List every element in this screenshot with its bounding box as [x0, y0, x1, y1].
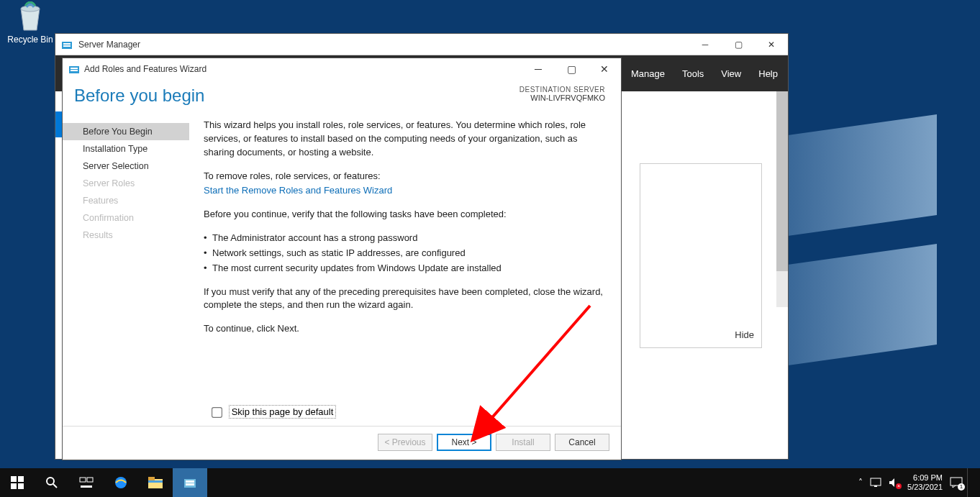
server-manager-icon	[61, 39, 73, 50]
svg-rect-20	[148, 480, 163, 483]
server-manager-title: Server Manager	[78, 40, 140, 50]
tray-volume-icon[interactable]: ×	[889, 478, 900, 488]
taskbar-ie-icon[interactable]	[104, 468, 138, 497]
svg-rect-15	[87, 478, 93, 482]
svg-rect-11	[18, 483, 24, 489]
wizard-close-button[interactable]: ✕	[588, 58, 621, 80]
destination-server-name: WIN-LIVFRVQFMKO	[520, 94, 605, 102]
menu-manage[interactable]: Manage	[631, 68, 665, 79]
sm-hide-link[interactable]: Hide	[735, 329, 754, 340]
svg-rect-6	[71, 70, 78, 71]
svg-rect-22	[186, 480, 194, 483]
wizard-checklist: The Administrator account has a strong p…	[204, 232, 608, 275]
recycle-bin-icon	[15, 1, 45, 33]
nav-results: Results	[63, 227, 189, 244]
taskbar-clock[interactable]: 6:09 PM 5/23/2021	[907, 473, 943, 492]
checklist-item: The Administrator account has a strong p…	[204, 232, 608, 245]
nav-before-you-begin[interactable]: Before You Begin	[63, 123, 189, 140]
wizard-heading: Before you begin	[74, 86, 520, 106]
taskbar-server-manager-icon[interactable]	[173, 468, 207, 497]
tray-overflow-icon[interactable]: ˄	[858, 478, 863, 488]
skip-page-checkbox[interactable]	[212, 407, 222, 418]
sm-maximize-button[interactable]: ▢	[722, 34, 755, 55]
wizard-intro-text: This wizard helps you install roles, rol…	[204, 119, 608, 160]
search-button[interactable]	[35, 468, 69, 497]
taskbar: ˄ × 6:09 PM 5/23/2021 1	[0, 468, 980, 497]
recycle-bin[interactable]: Recycle Bin	[4, 1, 56, 45]
wizard-title: Add Roles and Features Wizard	[84, 64, 207, 74]
wizard-verify-text: Before you continue, verify that the fol…	[204, 208, 608, 222]
remove-roles-link[interactable]: Start the Remove Roles and Features Wiza…	[204, 185, 392, 196]
checklist-item: The most current security updates from W…	[204, 262, 608, 275]
menu-view[interactable]: View	[721, 68, 741, 79]
menu-help[interactable]: Help	[758, 68, 778, 79]
wizard-minimize-button[interactable]: ─	[522, 58, 555, 80]
sm-welcome-tile: Hide	[640, 163, 762, 348]
svg-line-13	[53, 484, 57, 488]
nav-server-roles: Server Roles	[63, 175, 189, 192]
wizard-nav: Before You Begin Installation Type Serve…	[63, 119, 189, 403]
checklist-item: Network settings, such as static IP addr…	[204, 247, 608, 260]
previous-button: < Previous	[378, 434, 432, 451]
clock-date: 5/23/2021	[907, 483, 943, 492]
tray-network-icon[interactable]	[870, 478, 881, 488]
destination-server-block: DESTINATION SERVER WIN-LIVFRVQFMKO	[520, 86, 605, 106]
nav-confirmation: Confirmation	[63, 209, 189, 227]
wizard-icon	[68, 63, 80, 75]
svg-rect-2	[63, 43, 71, 45]
task-view-button[interactable]	[69, 468, 104, 497]
svg-rect-19	[148, 477, 155, 480]
svg-rect-14	[80, 478, 86, 482]
svg-rect-23	[186, 483, 194, 485]
svg-point-0	[21, 6, 40, 12]
start-button[interactable]	[0, 468, 35, 497]
annotation-arrow	[460, 291, 619, 450]
wizard-titlebar[interactable]: Add Roles and Features Wizard ─ ▢ ✕	[63, 58, 621, 80]
svg-line-7	[489, 306, 590, 421]
svg-rect-5	[71, 68, 78, 69]
wizard-maximize-button[interactable]: ▢	[555, 58, 588, 80]
taskbar-explorer-icon[interactable]	[138, 468, 173, 497]
svg-rect-10	[11, 483, 17, 489]
svg-rect-3	[63, 45, 71, 47]
svg-rect-25	[874, 485, 877, 487]
recycle-bin-label: Recycle Bin	[4, 35, 56, 45]
sm-minimize-button[interactable]: ─	[689, 34, 722, 55]
svg-point-12	[47, 478, 54, 485]
skip-page-label[interactable]: Skip this page by default	[229, 405, 337, 419]
nav-installation-type[interactable]: Installation Type	[63, 140, 189, 158]
svg-rect-16	[81, 485, 92, 488]
action-center-icon[interactable]: 1	[950, 477, 963, 488]
nav-server-selection[interactable]: Server Selection	[63, 158, 189, 175]
clock-time: 6:09 PM	[907, 473, 943, 483]
menu-tools[interactable]: Tools	[682, 68, 704, 79]
svg-rect-9	[18, 476, 24, 482]
server-manager-titlebar[interactable]: Server Manager ─ ▢ ✕	[55, 34, 788, 55]
destination-server-label: DESTINATION SERVER	[520, 86, 605, 94]
system-tray: ˄ × 6:09 PM 5/23/2021 1	[858, 473, 967, 492]
show-desktop-button[interactable]	[967, 468, 980, 497]
wizard-remove-text: To remove roles, role services, or featu…	[204, 170, 608, 183]
nav-features: Features	[63, 192, 189, 209]
sm-scrollbar[interactable]	[776, 91, 788, 307]
svg-rect-24	[871, 478, 881, 485]
svg-rect-8	[11, 476, 17, 482]
sm-close-button[interactable]: ✕	[755, 34, 788, 55]
